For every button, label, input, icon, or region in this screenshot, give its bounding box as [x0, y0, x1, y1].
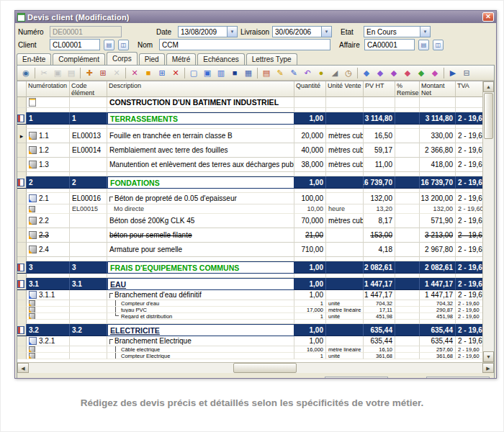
tab-ech-ances[interactable]: Echéances	[197, 53, 244, 65]
pencil-alt-icon[interactable]: ✎	[287, 67, 300, 79]
horizontal-scrollbar[interactable]: ◀ ▶	[17, 362, 494, 373]
vertical-scroll-thumb[interactable]	[484, 93, 493, 139]
recalc-checkbox-label: Ne pas recalculer les Postes avec s/Tota…	[33, 378, 164, 379]
livraison-dropdown-icon[interactable]: ▼	[321, 26, 332, 37]
etat-dropdown-icon[interactable]: ▼	[420, 26, 431, 37]
date-field[interactable]	[178, 26, 227, 37]
table-row[interactable]: 3.13.1EAU1,001 447,171 447,172 - 19,60	[17, 278, 484, 290]
table-row[interactable]: 3.2.1Branchement Electrique1,00635,44635…	[17, 336, 484, 346]
table-row[interactable]: CONSTRUCTION D'UN BATIMENT INDUSTRIEL	[17, 97, 484, 108]
tab-compl-ment[interactable]: Complément	[53, 53, 105, 65]
cell-code: 2	[70, 176, 107, 189]
window-save-icon[interactable]: ▣	[201, 67, 214, 79]
diamond-blue-icon[interactable]: ◆	[360, 67, 373, 79]
table-row[interactable]: Regard et distribution1unité451,98451,98…	[17, 313, 484, 320]
client-field[interactable]	[50, 39, 100, 50]
table-row[interactable]: ▸1.1EL00013Fouille en tranchée en terrai…	[17, 129, 484, 143]
table-row[interactable]: 1.3Manutention et enlèvement des terres …	[17, 158, 484, 172]
record-navigator-icon[interactable]: ◉	[19, 67, 32, 79]
tab-lettres-type[interactable]: Lettres Type	[246, 53, 297, 65]
row-pv: 1 447,17	[364, 280, 392, 288]
window-view-icon[interactable]: ▢	[187, 67, 200, 79]
table-row[interactable]: Câble electrique16,000mètre linéaire16,1…	[17, 346, 484, 353]
table-row[interactable]: 33FRAIS D'EQUIPEMENTS COMMUNS1,002 082,6…	[17, 261, 484, 274]
tab-en-t-te[interactable]: En-tête	[17, 53, 51, 65]
insert-icon[interactable]: ✚	[83, 67, 96, 79]
diamond-red-icon[interactable]: ◆	[401, 67, 414, 79]
row-tva: 2 - 19,60	[458, 307, 480, 313]
livraison-combo[interactable]: ▼	[272, 26, 332, 37]
affaire-field[interactable]	[364, 39, 415, 50]
next-panel-icon[interactable]: ▶	[446, 67, 459, 79]
window-layout-icon[interactable]: ▥	[215, 67, 228, 79]
table-row[interactable]: 2.4Armature pour semelle710,004,182 967,…	[17, 243, 484, 257]
tab-m-tr-[interactable]: Métré	[166, 53, 197, 65]
delete-line-icon[interactable]: ✕	[128, 67, 141, 79]
table-row[interactable]: Compteur d'eau1unité704,32704,322 - 19,6…	[17, 300, 484, 307]
etat-combo[interactable]: ▼	[364, 26, 431, 37]
nom-field[interactable]	[159, 39, 330, 50]
table-row[interactable]: 3.1.1Branchement d'eau définitif1,001 44…	[17, 290, 484, 300]
table-row[interactable]: EL00015Mo directe10,00heure13,20132,002 …	[17, 204, 484, 214]
table-row[interactable]: 3.23.2ELECTRICITE1,00635,44635,442 - 19,…	[17, 324, 484, 336]
numero-field[interactable]	[50, 26, 122, 37]
undo-icon[interactable]: ↶	[301, 67, 314, 79]
horizontal-scroll-track[interactable]	[29, 363, 482, 373]
date-dropdown-icon[interactable]: ▼	[227, 26, 238, 37]
title-bar[interactable]: Devis client (Modification) ✕	[15, 11, 496, 23]
erase-icon[interactable]: ✕	[110, 67, 123, 79]
copy-icon[interactable]: ▣	[51, 67, 64, 79]
vertical-scroll-track[interactable]	[483, 140, 494, 351]
client-detail-icon[interactable]: ◫	[118, 40, 129, 50]
printer-icon[interactable]: ⊟	[460, 67, 473, 79]
horizontal-scroll-thumb[interactable]	[233, 363, 297, 373]
cell-code	[70, 228, 107, 243]
notebook-icon[interactable]: ▤	[260, 67, 273, 79]
affaire-detail-icon[interactable]: ◫	[433, 40, 444, 50]
cut-icon[interactable]: ✂	[37, 67, 50, 79]
scroll-left-icon[interactable]: ◀	[17, 363, 29, 373]
scroll-up-icon[interactable]: ▲	[483, 81, 494, 92]
row-qty: 70,000	[301, 217, 323, 225]
diamond-magenta-icon[interactable]: ◆	[428, 67, 441, 79]
pencil-icon[interactable]: ✎	[274, 67, 287, 79]
special-paste-icon[interactable]: ⊞	[96, 67, 109, 79]
person-icon[interactable]: ●	[315, 67, 328, 79]
table-row[interactable]: 22FONDATIONS1,0016 739,7016 739,702 - 19…	[17, 176, 484, 189]
row-description: TERRASSEMENTS	[110, 114, 178, 123]
table-row[interactable]: 1.2EL00014Remblaiement avec terre des fo…	[17, 143, 484, 158]
add-table-icon[interactable]: ⊞	[156, 67, 168, 79]
diamond-purple-icon[interactable]: ◆	[374, 67, 387, 79]
client-lookup-icon[interactable]: ▤	[104, 40, 114, 50]
tab-corps[interactable]: Corps	[107, 52, 138, 65]
paste-icon[interactable]: ▤	[65, 67, 78, 79]
table-row[interactable]: 2.3béton pour semelle filante21,00153,00…	[17, 228, 484, 243]
etat-field[interactable]	[364, 26, 420, 37]
affaire-lookup-icon[interactable]: ▤	[418, 40, 429, 50]
remove-icon[interactable]: ✕	[169, 67, 182, 79]
cell-pv: 1 447,17	[364, 290, 395, 300]
vertical-scrollbar[interactable]: ▲ ▼	[482, 81, 494, 362]
monitor-icon[interactable]: ■	[228, 67, 241, 79]
row-gutter-cell	[17, 261, 27, 274]
table-row[interactable]: 2.1EL00016Béton de propreté de 0.05 d'ep…	[17, 193, 484, 204]
table-row[interactable]: Compteur Electrique1unité361,68361,682 -…	[17, 353, 484, 359]
table-row[interactable]: 11TERRASSEMENTS1,003 114,803 114,802 - 1…	[17, 112, 484, 125]
tools-icon[interactable]: ◢	[328, 67, 341, 79]
scroll-down-icon[interactable]: ▼	[483, 351, 494, 362]
clock-icon[interactable]: ◷	[342, 67, 355, 79]
close-button[interactable]: ✕	[482, 12, 494, 22]
table-row[interactable]: tuyau PVC17,000mètre linéaire17,11290,87…	[17, 307, 484, 313]
recalc-checkbox[interactable]	[22, 378, 30, 379]
livraison-field[interactable]	[272, 26, 321, 37]
grid-icon[interactable]: ▦	[242, 67, 255, 79]
diamond-green-icon[interactable]: ◆	[415, 67, 428, 79]
cell-net	[420, 97, 456, 108]
diamond-violet-icon[interactable]: ◆	[387, 67, 400, 79]
tab-pied[interactable]: Pied	[139, 53, 165, 65]
date-combo[interactable]: ▼	[178, 26, 238, 37]
scroll-right-icon[interactable]: ▶	[482, 363, 494, 373]
table-row[interactable]: 2.2Béton dosé 200Kg CLK 4570,000mètres c…	[17, 214, 484, 228]
row-description: Armature pour semelle	[109, 246, 182, 253]
lock-icon[interactable]: ■	[142, 67, 155, 79]
